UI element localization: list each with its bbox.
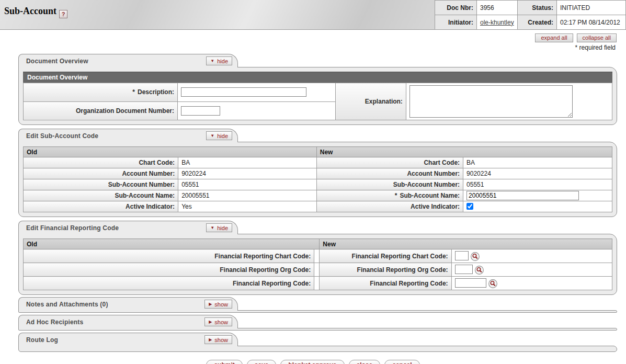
hide-button[interactable]: ▼ hide <box>206 131 232 140</box>
tab-route-log: Route Log ▶ show <box>18 333 238 346</box>
lookup-icon[interactable] <box>475 266 484 275</box>
blanket-approve-button[interactable]: blanket approve <box>280 360 344 364</box>
tab-title: Notes and Attachments (0) <box>26 301 108 308</box>
table-row: Account Number: 9020224 Account Number: … <box>24 168 612 179</box>
doc-nbr-value: 3956 <box>477 1 518 15</box>
show-button[interactable]: ▶ show <box>204 300 232 309</box>
tab-title: Route Log <box>26 336 58 344</box>
section-notes-and-attachments: Notes and Attachments (0) ▶ show <box>18 297 617 313</box>
section-ad-hoc-recipients: Ad Hoc Recipients ▶ show <box>18 315 617 331</box>
table-row: Chart Code: BA Chart Code: BA <box>24 157 612 168</box>
table-row: Financial Reporting Code: Financial Repo… <box>24 277 612 290</box>
new-sub-account-name-label: *Sub-Account Name: <box>316 190 463 201</box>
collapse-arrow-icon: ▼ <box>210 59 214 63</box>
tab-title: Edit Financial Reporting Code <box>26 224 119 232</box>
new-column-header: New <box>316 147 612 157</box>
page-title: Sub-Account <box>4 6 56 17</box>
hide-button[interactable]: ▼ hide <box>206 56 232 65</box>
toggle-label: hide <box>217 225 228 231</box>
explanation-label: Explanation: <box>335 83 406 120</box>
table-row: Financial Reporting Chart Code: Financia… <box>24 249 612 263</box>
new-column-header: New <box>320 239 612 249</box>
toggle-label: show <box>214 301 228 308</box>
collapse-all-button[interactable]: collapse all <box>577 33 617 42</box>
initiator-label: Initiator: <box>435 15 477 30</box>
active-indicator-checkbox[interactable] <box>466 203 473 210</box>
expand-arrow-icon: ▶ <box>209 320 212 324</box>
financial-reporting-chart-code-input[interactable] <box>455 251 469 260</box>
status-value: INITIATED <box>557 1 626 15</box>
expand-arrow-icon: ▶ <box>209 302 212 306</box>
doc-nbr-label: Doc Nbr: <box>435 1 477 15</box>
document-overview-table: *Description: Explanation: Organization … <box>23 83 612 120</box>
financial-reporting-code-input[interactable] <box>455 278 486 288</box>
sub-account-name-input[interactable] <box>466 191 579 200</box>
document-body: Document Overview ▼ hide Document Overvi… <box>18 54 617 352</box>
save-button[interactable]: save <box>247 360 277 364</box>
help-icon[interactable]: ? <box>59 10 67 18</box>
org-doc-number-label: Organization Document Number: <box>24 101 178 120</box>
tab-title: Document Overview <box>26 58 88 65</box>
status-label: Status: <box>518 1 557 15</box>
table-row: Active Indicator: Yes Active Indicator: <box>24 201 612 212</box>
collapse-arrow-icon: ▼ <box>210 226 214 230</box>
expand-collapse-row: expand all collapse all <box>0 33 617 42</box>
tab-edit-sub-account-code: Edit Sub-Account Code ▼ hide <box>18 129 238 142</box>
tab-ad-hoc-recipients: Ad Hoc Recipients ▶ show <box>18 315 238 328</box>
lookup-icon[interactable] <box>471 252 480 261</box>
section-edit-sub-account-code: Edit Sub-Account Code ▼ hide Old New Cha… <box>18 129 617 217</box>
close-button[interactable]: close <box>349 360 381 364</box>
sub-account-compare-table: Old New Chart Code: BA Chart Code: BA Ac… <box>23 146 612 212</box>
description-input[interactable] <box>181 87 306 97</box>
collapse-arrow-icon: ▼ <box>210 134 214 138</box>
hide-button[interactable]: ▼ hide <box>206 223 232 232</box>
expand-arrow-icon: ▶ <box>209 338 212 342</box>
show-button[interactable]: ▶ show <box>204 335 232 344</box>
footer-actions: submit save blanket approve close cancel <box>0 360 626 364</box>
tab-notes-and-attachments: Notes and Attachments (0) ▶ show <box>18 297 238 311</box>
toggle-label: show <box>214 337 228 343</box>
table-row: Financial Reporting Org Code: Financial … <box>24 263 612 277</box>
created-label: Created: <box>518 15 557 30</box>
tab-document-overview: Document Overview ▼ hide <box>18 54 238 67</box>
tab-title: Ad Hoc Recipients <box>26 318 83 326</box>
lookup-icon[interactable] <box>488 279 497 288</box>
old-column-header: Old <box>24 239 320 249</box>
required-marker: * <box>132 88 135 96</box>
org-doc-number-input[interactable] <box>181 106 220 116</box>
section-header-document-overview: Document Overview <box>23 72 612 83</box>
cancel-button[interactable]: cancel <box>384 360 419 364</box>
description-label: *Description: <box>24 83 178 102</box>
tab-title: Edit Sub-Account Code <box>26 132 98 140</box>
section-edit-financial-reporting-code: Edit Financial Reporting Code ▼ hide Old… <box>18 221 617 295</box>
page-banner: Sub-Account ? Doc Nbr: 3956 Status: INIT… <box>0 0 626 30</box>
initiator-link[interactable]: ole-khuntley <box>480 19 514 26</box>
financial-reporting-compare-table: Old New Financial Reporting Chart Code: … <box>23 238 612 290</box>
toggle-label: show <box>214 319 228 325</box>
old-column-header: Old <box>24 147 317 157</box>
explanation-textarea[interactable] <box>409 85 573 118</box>
table-row: Sub-Account Number: 05551 Sub-Account Nu… <box>24 179 612 190</box>
toggle-label: hide <box>217 58 228 64</box>
section-route-log: Route Log ▶ show <box>18 333 617 352</box>
section-document-overview: Document Overview ▼ hide Document Overvi… <box>18 54 617 125</box>
required-marker: * <box>395 192 397 199</box>
created-value: 02:17 PM 08/14/2012 <box>557 15 626 30</box>
submit-button[interactable]: submit <box>206 360 242 364</box>
financial-reporting-org-code-input[interactable] <box>455 265 473 274</box>
expand-all-button[interactable]: expand all <box>535 33 573 42</box>
toggle-label: hide <box>217 133 228 139</box>
tab-edit-financial-reporting-code: Edit Financial Reporting Code ▼ hide <box>18 221 238 234</box>
required-field-note: * required field <box>0 44 616 51</box>
table-row: Sub-Account Name: 20005551 *Sub-Account … <box>24 190 612 201</box>
document-header-table: Doc Nbr: 3956 Status: INITIATED Initiato… <box>435 0 626 30</box>
show-button[interactable]: ▶ show <box>204 317 232 326</box>
